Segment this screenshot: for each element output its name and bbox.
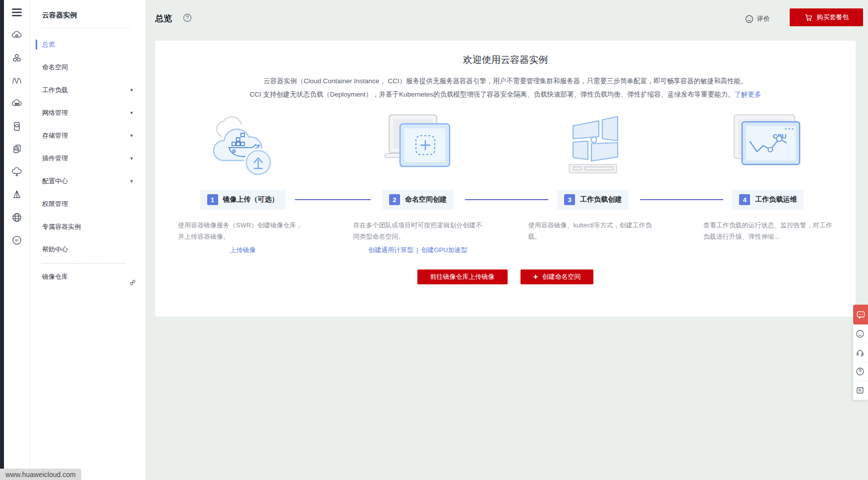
welcome-line2: CCI 支持创建无状态负载（Deployment），并基于Kubernetes的… — [249, 91, 734, 98]
sidebar-item-dedicated-cci[interactable]: 专属容器实例 — [30, 215, 145, 238]
sidebar-item-addons[interactable]: 插件管理▼ — [30, 147, 145, 170]
globe-icon[interactable] — [10, 211, 23, 224]
chevron-down-icon: ▼ — [129, 147, 134, 170]
container-cloud-icon[interactable] — [10, 97, 23, 110]
step-connector — [295, 199, 371, 200]
step-4-description: 查看工作负载的运行状态、监控告警，对工作负载进行升级、弹性伸缩... — [681, 220, 856, 255]
chevron-down-icon: ▼ — [129, 102, 134, 124]
step-descriptions: 使用容器镜像服务（SWR）创建镜像仓库，并上传容器镜像。 上传镜像 存在多个团队… — [155, 220, 856, 255]
prism-icon[interactable] — [10, 188, 23, 201]
chevron-down-icon: ▼ — [129, 79, 134, 102]
icon-rail: IP — [4, 0, 30, 480]
chevron-down-icon: ▼ — [129, 124, 134, 147]
sidebar-item-network[interactable]: 网络管理▼ — [30, 102, 145, 124]
sidebar-item-permissions[interactable]: 权限管理 — [30, 193, 145, 215]
page-header: 总览 评价 购买套餐包 — [145, 0, 868, 41]
sidebar-item-storage[interactable]: 存储管理▼ — [30, 124, 145, 147]
create-gpu-link[interactable]: 创建GPU加速型 — [421, 246, 467, 254]
sidebar-item-namespace[interactable]: 命名空间 — [30, 56, 145, 79]
illustration-workload-create — [506, 108, 681, 183]
buy-package-button[interactable]: 购买套餐包 — [790, 8, 863, 26]
illustration-image-upload — [155, 108, 330, 183]
feedback-button[interactable]: 评价 — [745, 14, 770, 23]
status-url-tooltip: www.huaweicloud.com — [0, 469, 81, 480]
step-number-badge: 1 — [207, 194, 218, 205]
chevron-down-icon: ▼ — [129, 170, 134, 193]
learn-more-link[interactable]: 了解更多 — [735, 91, 761, 98]
main-content: 总览 评价 购买套餐包 欢迎使用云容器实例 云容器实例（Cloud Contai… — [145, 0, 868, 480]
step-label: 工作负载运维 — [755, 195, 797, 204]
smiley-icon[interactable] — [853, 324, 868, 343]
feedback-form-icon[interactable] — [853, 381, 868, 400]
go-upload-image-button[interactable]: 前往镜像仓库上传镜像 — [417, 269, 508, 284]
welcome-card: 欢迎使用云容器实例 云容器实例（Cloud Container Instance… — [155, 41, 856, 317]
host-icon[interactable] — [10, 120, 23, 133]
welcome-title: 欢迎使用云容器实例 — [155, 53, 856, 66]
cluster-icon[interactable] — [10, 52, 23, 64]
step-number-badge: 4 — [739, 194, 750, 205]
documents-icon[interactable] — [10, 143, 23, 156]
sidebar-menu: 总览 命名空间 工作负载▼ 网络管理▼ 存储管理▼ 插件管理▼ 配置中心▼ 权限… — [30, 33, 145, 288]
sidebar-title: 云容器实例 — [30, 0, 145, 20]
floating-toolbar — [853, 305, 868, 400]
illustrations-row: CPU — [155, 108, 856, 183]
step-label: 工作负载创建 — [580, 195, 622, 204]
sidebar-dashed-divider — [42, 263, 125, 264]
hamburger-menu-icon[interactable] — [10, 6, 23, 19]
create-namespace-button[interactable]: +创建命名空间 — [521, 269, 594, 284]
headset-icon[interactable] — [853, 343, 868, 362]
step-connector — [640, 199, 723, 200]
step-2-description: 存在多个团队或项目时可按照逻辑划分创建不同类型命名空间。 创建通用计算型|创建G… — [330, 220, 505, 255]
step-number-badge: 3 — [564, 194, 575, 205]
svg-text:IP: IP — [15, 238, 18, 243]
sidebar-divider — [42, 28, 133, 28]
floating-panel — [853, 324, 868, 400]
steps-row: 1镜像上传（可选） 2命名空间创建 3工作负载创建 4工作负载运维 — [155, 189, 856, 210]
step-number-badge: 2 — [389, 194, 400, 205]
welcome-paragraph: 云容器实例（Cloud Container Instance， CCI）服务提供… — [155, 74, 856, 101]
cloud-icon[interactable] — [10, 29, 23, 42]
step-1-description: 使用容器镜像服务（SWR）创建镜像仓库，并上传容器镜像。 上传镜像 — [155, 220, 330, 255]
sidebar-item-workload[interactable]: 工作负载▼ — [30, 79, 145, 102]
smiley-icon — [745, 15, 753, 23]
help-icon[interactable] — [183, 13, 192, 22]
external-link-icon — [129, 273, 136, 296]
sidebar-item-image-repo[interactable]: 镜像仓库 — [30, 266, 145, 288]
app-window: IP 云容器实例 总览 命名空间 工作负载▼ 网络管理▼ 存储管理▼ 插件管理▼… — [0, 0, 868, 480]
plus-icon: + — [533, 272, 538, 281]
cloud-sync-icon[interactable] — [10, 165, 23, 178]
step-3-description: 使用容器镜像、kubectl等方式，创建工作负载。 — [506, 220, 681, 255]
sidebar-item-overview[interactable]: 总览 — [30, 33, 145, 56]
feedback-label: 评价 — [757, 14, 770, 23]
create-general-compute-link[interactable]: 创建通用计算型 — [368, 246, 413, 254]
step-label: 镜像上传（可选） — [223, 195, 279, 204]
question-icon[interactable] — [853, 362, 868, 381]
sidebar: 云容器实例 总览 命名空间 工作负载▼ 网络管理▼ 存储管理▼ 插件管理▼ 配置… — [30, 0, 145, 480]
card-actions: 前往镜像仓库上传镜像 +创建命名空间 — [155, 269, 856, 284]
upload-image-link[interactable]: 上传镜像 — [230, 246, 256, 254]
sidebar-item-config-center[interactable]: 配置中心▼ — [30, 170, 145, 193]
welcome-line1: 云容器实例（Cloud Container Instance， CCI）服务提供… — [264, 77, 748, 85]
flow-icon[interactable] — [10, 74, 23, 87]
cart-icon — [804, 13, 813, 22]
left-edge-strip — [0, 0, 4, 480]
link-separator: | — [416, 246, 418, 254]
illustration-workload-ops: CPU — [681, 108, 856, 183]
illustration-namespace-create — [330, 108, 505, 183]
step-connector — [465, 199, 548, 200]
page-title: 总览 — [155, 13, 172, 24]
sidebar-item-help-center[interactable]: 帮助中心 — [30, 238, 145, 261]
chat-icon[interactable] — [853, 305, 868, 324]
step-label: 命名空间创建 — [405, 195, 447, 204]
ip-icon[interactable]: IP — [10, 234, 23, 247]
